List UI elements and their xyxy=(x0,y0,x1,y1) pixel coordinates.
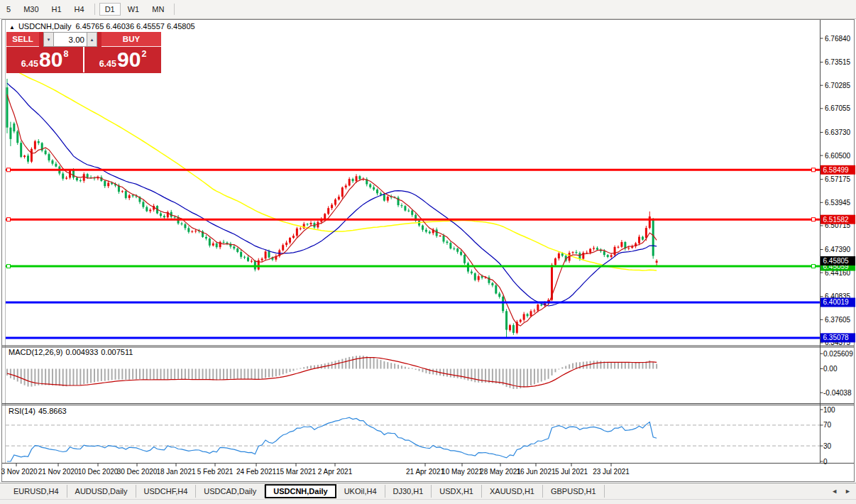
date-axis-label: 5 Jul 2021 xyxy=(555,468,588,476)
line-handle[interactable] xyxy=(812,168,816,172)
tab-usdcad-daily[interactable]: USDCAD,Daily xyxy=(196,485,265,498)
chart-header: ▲USDCNH,Daily6.45765 6.46036 6.45557 6.4… xyxy=(9,22,195,31)
tab-usdcnh-daily[interactable]: USDCNH,Daily xyxy=(265,484,336,498)
date-axis-label: 24 Feb 2021 xyxy=(236,468,277,476)
tab-audusd-daily[interactable]: AUDUSD,Daily xyxy=(67,485,136,498)
price-axis-label: 6.70285 xyxy=(825,82,851,89)
timeframe-button-H1[interactable]: H1 xyxy=(46,3,67,16)
price-axis-label: 6.73515 xyxy=(825,58,851,66)
rsi-axis-label: 100 xyxy=(823,406,835,414)
price-axis-label: 6.47390 xyxy=(825,246,851,253)
price-axis-label: 6.53945 xyxy=(825,199,851,207)
date-axis-label: 28 May 2021 xyxy=(480,468,521,476)
svg-text:6.35078: 6.35078 xyxy=(823,334,850,341)
sell-price-quote[interactable]: 6.45808 xyxy=(6,47,83,72)
buy-price-quote[interactable]: 6.45902 xyxy=(84,47,161,72)
date-axis-label: 10 Dec 2020 xyxy=(78,468,119,476)
timeframe-toolbar: 5M30H1H4D1W1MN xyxy=(0,0,856,19)
date-axis-label: 10 May 2021 xyxy=(441,468,483,476)
tab-usdchf-h4[interactable]: USDCHF,H4 xyxy=(136,485,197,498)
volume-input[interactable] xyxy=(54,32,87,47)
chart-canvas[interactable]: 6.768406.735156.702856.670556.637306.605… xyxy=(0,0,856,504)
status-bar xyxy=(0,499,856,504)
price-axis-label: 6.60500 xyxy=(825,152,851,160)
ma-5-line xyxy=(7,94,657,326)
macd-indicator-label: MACD(12,26,9)0.0049330.007511 xyxy=(9,348,136,356)
timeframe-button-M30[interactable]: M30 xyxy=(18,3,44,16)
line-handle[interactable] xyxy=(7,265,11,268)
price-axis-label: 6.76840 xyxy=(825,35,851,43)
one-click-trade-panel: SELL ▼ ▲ BUY 6.45808 6.45902 xyxy=(6,32,161,73)
macd-histogram xyxy=(7,356,657,389)
date-axis-label: 15 Mar 2021 xyxy=(276,468,317,476)
timeframe-button-W1[interactable]: W1 xyxy=(122,3,146,16)
date-axis-label: 21 Apr 2021 xyxy=(406,468,444,476)
timeframe-button-H4[interactable]: H4 xyxy=(69,3,90,16)
date-axis-label: 23 Jul 2021 xyxy=(593,468,630,476)
date-axis-label: 3 Nov 2020 xyxy=(1,468,38,476)
timeframe-button-MN[interactable]: MN xyxy=(146,3,170,16)
line-handle[interactable] xyxy=(812,265,816,268)
date-axis-label: 5 Feb 2021 xyxy=(197,468,234,476)
rsi-axis-label: 70 xyxy=(823,421,832,429)
tab-gbpusd-h1[interactable]: GBPUSD,H1 xyxy=(543,485,605,498)
date-axis-label: 16 Jun 2021 xyxy=(516,468,555,476)
tab-xauusd-h1[interactable]: XAUUSD,H1 xyxy=(482,485,543,498)
macd-axis-label: 0.00 xyxy=(823,365,838,373)
chart-window-frame xyxy=(2,20,855,482)
chart-symbol-label: USDCNH,Daily xyxy=(18,22,72,31)
sell-price-big: 80 xyxy=(39,49,62,70)
line-handle[interactable] xyxy=(7,168,11,172)
timeframe-button-D1[interactable]: D1 xyxy=(99,3,121,16)
tabs-scroll-right-icon[interactable]: ► xyxy=(845,488,851,495)
tab-ukoil-h4[interactable]: UKOil,H4 xyxy=(336,485,385,498)
sell-price-prefix: 6.45 xyxy=(21,59,38,69)
price-axis-label: 6.67055 xyxy=(825,104,851,112)
price-axis-label: 6.57175 xyxy=(825,175,851,183)
down-arrow-icon: ▼ xyxy=(47,38,51,42)
svg-text:6.58499: 6.58499 xyxy=(823,166,850,174)
sell-price-sup: 8 xyxy=(63,49,68,59)
macd-axis-label: 0.025609 xyxy=(823,350,853,358)
rsi-line xyxy=(7,417,657,461)
sell-button[interactable]: SELL xyxy=(6,32,39,47)
collapse-panel-icon[interactable]: ▲ xyxy=(9,24,15,31)
macd-axis-label: -0.04038 xyxy=(823,389,852,397)
timeframe-button-5[interactable]: 5 xyxy=(1,3,16,16)
svg-text:6.51582: 6.51582 xyxy=(823,216,850,224)
buy-price-sup: 2 xyxy=(141,49,146,59)
line-handle[interactable] xyxy=(812,218,816,221)
volume-spinner: ▼ ▲ xyxy=(43,32,97,47)
buy-price-big: 90 xyxy=(117,49,141,70)
price-axis-label: 6.63730 xyxy=(825,128,851,136)
rsi-axis-label: 30 xyxy=(823,442,832,450)
volume-increase-button[interactable]: ▲ xyxy=(87,32,97,47)
chart-ohlc-quote: 6.45765 6.46036 6.45557 6.45805 xyxy=(75,22,194,31)
line-handle[interactable] xyxy=(7,218,11,221)
svg-text:6.40019: 6.40019 xyxy=(823,298,850,306)
tab-dj30-h1[interactable]: DJ30,H1 xyxy=(385,485,432,498)
toolbar-separator xyxy=(174,4,175,15)
tabs-scroll-left-icon[interactable]: ◄ xyxy=(831,488,838,495)
up-arrow-icon: ▲ xyxy=(90,38,94,42)
date-axis-label: 2 Apr 2021 xyxy=(318,468,353,476)
symbol-tab-bar: EURUSD,H4AUDUSD,DailyUSDCHF,H4USDCAD,Dai… xyxy=(0,483,856,499)
buy-button[interactable]: BUY xyxy=(101,32,161,47)
toolbar-separator xyxy=(94,4,95,15)
volume-decrease-button[interactable]: ▼ xyxy=(43,32,54,47)
date-axis-label: 18 Jan 2021 xyxy=(156,468,195,476)
price-axis-label: 6.37605 xyxy=(825,316,851,324)
date-axis-label: 21 Nov 2020 xyxy=(38,468,79,476)
buy-price-prefix: 6.45 xyxy=(99,59,116,69)
svg-text:6.45805: 6.45805 xyxy=(823,257,850,265)
ma-20-line xyxy=(7,83,657,306)
tab-usdx-h1[interactable]: USDX,H1 xyxy=(432,485,482,498)
date-axis-label: 30 Dec 2020 xyxy=(117,468,158,476)
tab-eurusd-h4[interactable]: EURUSD,H4 xyxy=(6,485,67,498)
rsi-indicator-label: RSI(14)45.8663 xyxy=(9,407,70,415)
rsi-axis-label: 0 xyxy=(823,458,828,466)
